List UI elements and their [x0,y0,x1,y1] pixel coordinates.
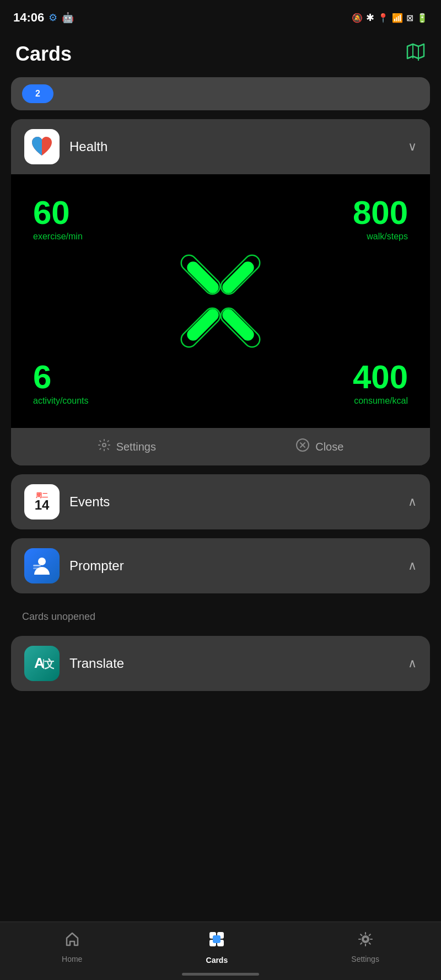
nav-home-label: Home [62,955,82,963]
health-card-header[interactable]: Health ∨ [11,119,430,174]
stat-activity-label: activity/counts [33,396,88,406]
events-card-name: Events [69,494,110,510]
close-label: Close [315,441,343,453]
cards-container: 2 Health ∨ 60 exercise/min [0,77,441,757]
svg-rect-7 [220,259,256,296]
location-icon: 📍 [378,13,389,23]
settings-icon [98,438,111,455]
page-title: Cards [15,42,72,66]
cards-icon [207,930,226,952]
stat-walk-label: walk/steps [367,232,408,242]
status-bar: 14:06 ⚙ 🤖 🔕 ✱ 📍 📶 ⊠ 🔋 [0,0,441,33]
svg-rect-24 [213,935,220,943]
mute-icon: 🔕 [352,13,363,23]
prompter-card-header[interactable]: Prompter ∧ [11,538,430,593]
translate-app-icon: A 文 [24,646,60,681]
health-x-decoration [160,240,281,362]
partial-card-button[interactable]: 2 [22,84,53,103]
page-header: Cards [0,33,441,77]
svg-rect-9 [220,307,256,343]
svg-rect-8 [185,307,221,343]
stat-walk-value: 800 [353,196,408,229]
events-card: 周二 14 Events ∧ [11,474,430,529]
svg-point-25 [363,937,368,941]
android-icon: 🤖 [62,12,74,24]
settings-label: Settings [116,441,156,453]
status-left: 14:06 ⚙ 🤖 [13,10,74,25]
health-close-button[interactable]: Close [295,438,343,456]
prompter-chevron-up[interactable]: ∧ [408,559,417,573]
nav-cards[interactable]: Cards [206,930,228,965]
section-label-unopened: Cards unopened [11,607,430,627]
translate-chevron-up[interactable]: ∧ [408,656,417,671]
translate-card: A 文 Translate ∧ [11,636,430,691]
home-icon [64,931,80,951]
svg-point-10 [103,443,106,447]
screenrecord-icon: ⊠ [406,13,413,23]
stat-exercise-value: 60 [33,196,70,229]
stat-exercise-label: exercise/min [33,232,83,242]
battery-icon: 🔋 [417,13,428,23]
health-chevron-down[interactable]: ∨ [408,140,417,154]
translate-card-header[interactable]: A 文 Translate ∧ [11,636,430,691]
health-card-footer: Settings Close [11,428,430,465]
nav-settings[interactable]: Settings [351,931,379,963]
close-icon [295,438,310,456]
prompter-card-name: Prompter [69,558,124,574]
prompter-card: Prompter ∧ [11,538,430,593]
svg-text:文: 文 [44,658,54,670]
stat-consume-value: 400 [353,361,408,394]
svg-rect-15 [33,565,41,566]
nav-cards-label: Cards [206,956,228,965]
health-settings-button[interactable]: Settings [98,438,156,455]
nav-settings-label: Settings [351,955,379,963]
health-card: Health ∨ 60 exercise/min 800 walk/steps … [11,119,430,465]
home-indicator [182,973,259,976]
status-time: 14:06 [13,10,44,25]
status-icons: 🔕 ✱ 📍 📶 ⊠ 🔋 [352,12,428,24]
events-card-header[interactable]: 周二 14 Events ∧ [11,474,430,529]
nav-home[interactable]: Home [62,931,82,963]
events-date: 14 [35,499,50,512]
map-icon[interactable] [406,42,426,66]
bluetooth-icon: ✱ [366,12,374,24]
svg-rect-16 [33,567,39,569]
events-chevron-up[interactable]: ∧ [408,495,417,509]
health-card-content: 60 exercise/min 800 walk/steps 6 activit… [11,174,430,428]
translate-card-name: Translate [69,656,124,671]
partial-card: 2 [11,77,430,110]
bottom-nav: Home Cards Settings [0,922,441,980]
health-app-icon [24,129,60,164]
settings-nav-icon [357,931,374,951]
health-card-name: Health [69,139,107,154]
svg-rect-6 [185,259,221,296]
stat-activity-value: 6 [33,361,51,394]
wifi-icon: 📶 [392,13,403,23]
stat-consume-label: consume/kcal [354,396,408,406]
svg-point-14 [38,558,46,565]
gear-icon: ⚙ [49,12,57,24]
events-app-icon: 周二 14 [24,484,60,520]
prompter-app-icon [24,548,60,583]
